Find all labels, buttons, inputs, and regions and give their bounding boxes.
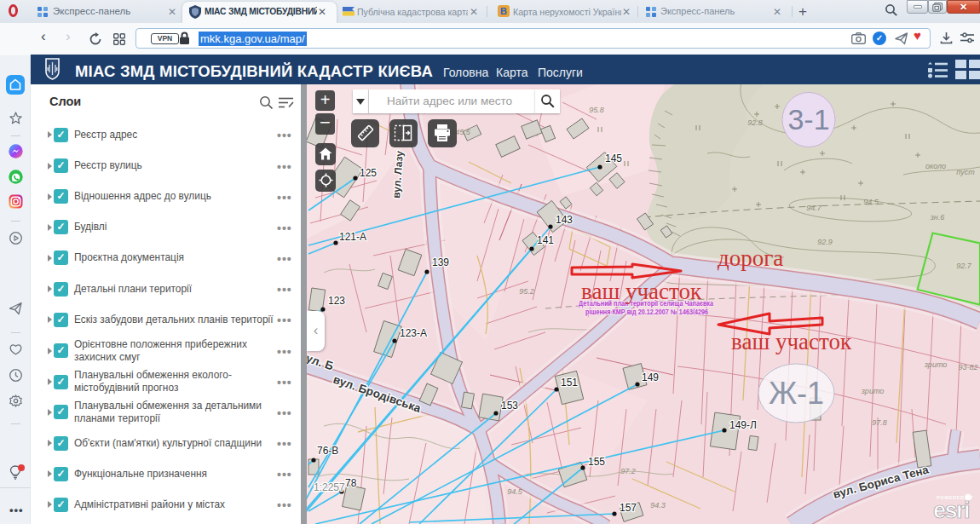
svg-text:139: 139	[432, 256, 449, 268]
svg-text:пуст: пуст	[956, 168, 975, 176]
svg-text:149: 149	[642, 371, 659, 383]
svg-text:ваш участок: ваш участок	[731, 329, 852, 354]
svg-text:76-В: 76-В	[317, 445, 338, 457]
svg-text:94.5: 94.5	[507, 487, 523, 496]
svg-text:esri: esri	[933, 498, 969, 523]
svg-text:92.9: 92.9	[817, 238, 833, 246]
svg-text:143: 143	[556, 214, 573, 226]
svg-text:149-Л: 149-Л	[729, 419, 757, 431]
svg-text:94.5: 94.5	[863, 198, 879, 206]
svg-text:78: 78	[345, 477, 357, 489]
svg-text:125: 125	[360, 167, 377, 179]
svg-text:141: 141	[537, 234, 554, 246]
svg-text:157: 157	[620, 502, 637, 514]
svg-text:зн.6: зн.6	[930, 213, 945, 222]
svg-text:123: 123	[328, 295, 345, 307]
svg-text:94.3: 94.3	[650, 501, 666, 510]
svg-text:92.7: 92.7	[956, 262, 972, 270]
svg-text:94.7: 94.7	[806, 204, 822, 212]
svg-text:95.8: 95.8	[589, 106, 604, 114]
svg-text:121-А: 121-А	[339, 231, 366, 243]
svg-text:97.2: 97.2	[620, 467, 636, 475]
svg-text:зрито: зрито	[861, 387, 885, 395]
svg-text:123-А: 123-А	[400, 327, 427, 339]
svg-text:151: 151	[561, 377, 578, 389]
svg-text:45.5: 45.5	[455, 128, 471, 136]
svg-text:рішення КМР від 20.12.2007 № 1: рішення КМР від 20.12.2007 № 1463/4296	[585, 308, 708, 316]
svg-text:ваш участок: ваш участок	[581, 279, 702, 304]
svg-text:3-1: 3-1	[787, 103, 829, 135]
svg-text:зрито: зрито	[924, 360, 948, 369]
svg-text:1:2257: 1:2257	[314, 481, 345, 493]
svg-text:около: около	[925, 162, 946, 170]
svg-text:145: 145	[605, 153, 622, 164]
svg-text:155: 155	[588, 456, 605, 468]
svg-text:97.8: 97.8	[872, 418, 887, 427]
svg-text:95.2: 95.2	[519, 287, 534, 296]
svg-text:93-82: 93-82	[958, 363, 977, 371]
svg-text:153: 153	[501, 400, 518, 412]
svg-text:Ж-1: Ж-1	[769, 376, 824, 411]
svg-text:92.8: 92.8	[747, 118, 763, 127]
svg-text:дорога: дорога	[718, 245, 783, 271]
